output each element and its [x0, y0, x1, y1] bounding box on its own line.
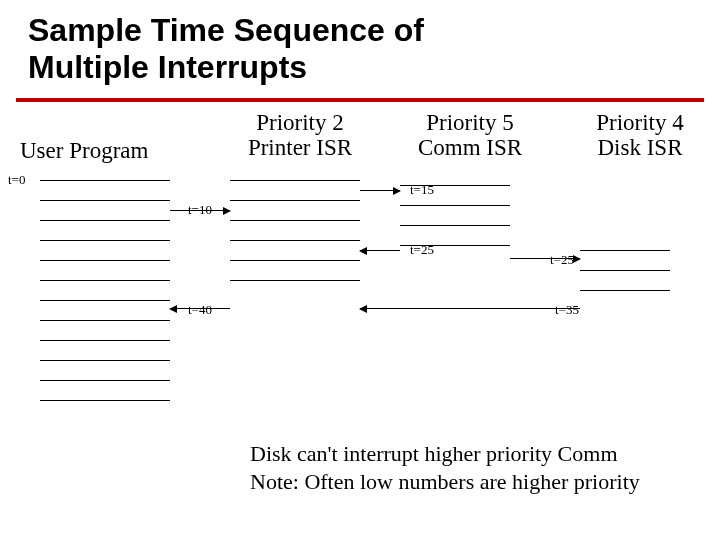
comm-line — [400, 205, 510, 206]
title-line1: Sample Time Sequence of — [28, 12, 424, 48]
label-t40: t=40 — [188, 302, 212, 318]
label-t0: t=0 — [8, 172, 25, 188]
footnote-l1: Disk can't interrupt higher priority Com… — [250, 441, 618, 466]
printer-line — [230, 200, 360, 201]
arrow-disk-back — [360, 308, 580, 309]
user-line — [40, 400, 170, 401]
printer-line — [230, 180, 360, 181]
disk-line — [580, 290, 670, 291]
user-line — [40, 300, 170, 301]
header-p5-l2: Comm ISR — [418, 135, 522, 160]
user-line — [40, 280, 170, 281]
disk-line — [580, 250, 670, 251]
printer-line — [230, 260, 360, 261]
header-p4-l1: Priority 4 — [596, 110, 684, 135]
label-t15: t=15 — [410, 182, 434, 198]
title-rule — [16, 98, 704, 102]
user-line — [40, 320, 170, 321]
header-p4-l2: Disk ISR — [598, 135, 683, 160]
header-p2-l1: Priority 2 — [256, 110, 344, 135]
footnote-l2: Note: Often low numbers are higher prior… — [250, 469, 640, 494]
title-line2: Multiple Interrupts — [28, 49, 307, 85]
footnote: Disk can't interrupt higher priority Com… — [250, 440, 640, 495]
user-line — [40, 340, 170, 341]
printer-line — [230, 280, 360, 281]
sequence-diagram: t=0t=15t=10t=25t=25t=35t=40 — [0, 180, 720, 480]
label-t25a: t=25 — [410, 242, 434, 258]
arrow-comm-back-printer — [360, 250, 400, 251]
user-line — [40, 200, 170, 201]
label-t25b: t=25 — [550, 252, 574, 268]
header-priority2: Priority 2 Printer ISR — [230, 110, 370, 161]
comm-line — [400, 225, 510, 226]
header-p5-l1: Priority 5 — [426, 110, 514, 135]
user-line — [40, 220, 170, 221]
header-priority5: Priority 5 Comm ISR — [400, 110, 540, 161]
printer-line — [230, 220, 360, 221]
arrow-printer-back-user — [170, 308, 230, 309]
user-line — [40, 180, 170, 181]
printer-line — [230, 240, 360, 241]
user-line — [40, 260, 170, 261]
user-line — [40, 240, 170, 241]
user-line — [40, 380, 170, 381]
header-user-l1: User Program — [20, 138, 148, 163]
arrow-printer-to-comm — [360, 190, 400, 191]
header-user: User Program — [20, 138, 148, 163]
arrow-comm-to-disk-blocked — [510, 258, 580, 259]
header-priority4: Priority 4 Disk ISR — [570, 110, 710, 161]
arrow-user-to-printer — [170, 210, 230, 211]
disk-line — [580, 270, 670, 271]
label-t35: t=35 — [555, 302, 579, 318]
user-line — [40, 360, 170, 361]
header-p2-l2: Printer ISR — [248, 135, 352, 160]
